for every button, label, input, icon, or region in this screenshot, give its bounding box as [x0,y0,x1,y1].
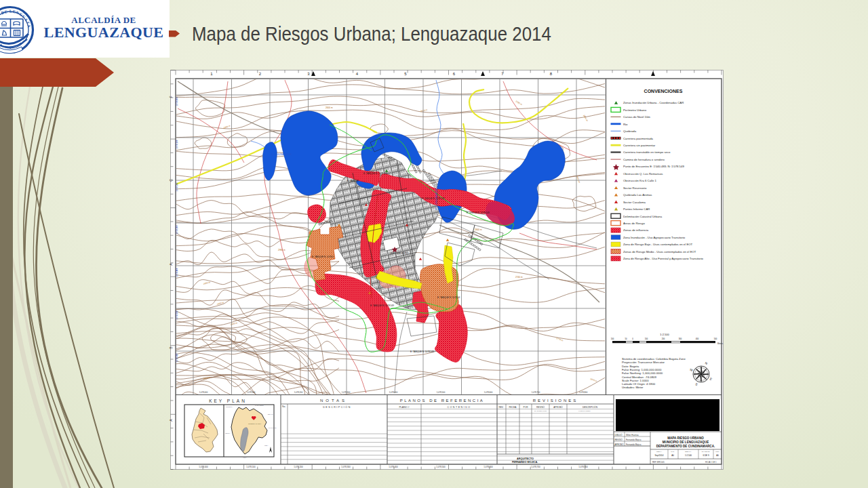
svg-text:Obstrucción Kra 6 Calle 1: Obstrucción Kra 6 Calle 1 [623,179,657,182]
svg-text:A0: A0 [716,454,719,457]
svg-text:PLANO No.: PLANO No. [702,451,711,453]
svg-text:1,078,800: 1,078,800 [579,391,588,394]
svg-text:1,078,000: 1,078,000 [176,97,178,106]
svg-text:DEPARTAMENTO DE CUNDINAMARCA.: DEPARTAMENTO DE CUNDINAMARCA. [656,445,715,448]
svg-text:HUILA: HUILA [243,457,248,458]
svg-text:1,078,000: 1,078,000 [199,391,208,394]
svg-text:400: 400 [696,338,699,340]
svg-text:REVISÓ: REVISÓ [536,405,545,409]
svg-text:500: 500 [714,338,717,340]
svg-text:Quebrada: Quebrada [623,129,637,133]
svg-text:1,078,500: 1,078,500 [176,310,178,320]
svg-text:MAPA RIESGO URBANO: MAPA RIESGO URBANO [667,436,704,440]
svg-text:PLANOS DE REFERENCIA: PLANOS DE REFERENCIA [400,399,485,403]
svg-text:1:2.500: 1:2.500 [685,454,692,457]
svg-text:REVISIONES: REVISIONES [533,399,578,403]
svg-text:Sep/2014: Sep/2014 [655,454,664,457]
svg-text:Central Meridian: -74.0809: Central Meridian: -74.0809 [622,375,656,379]
svg-text:Zonas de influencia: Zonas de influencia [623,228,649,232]
svg-text:FECHA: FECHA [509,406,517,409]
svg-text:1,078,100: 1,078,100 [247,391,256,394]
svg-text:E. TANQUE N. 1078.549: E. TANQUE N. 1078.549 [410,350,434,353]
svg-text:Sector Casaloma: Sector Casaloma [623,201,646,204]
svg-text:PLANO #: PLANO # [399,406,409,409]
svg-text:1,078,600: 1,078,600 [176,353,178,363]
svg-text:1,078,200: 1,078,200 [176,182,178,192]
svg-text:HOJA 1 DE 1: HOJA 1 DE 1 [705,461,717,464]
svg-text:Fernando Mojica: Fernando Mojica [626,443,642,446]
svg-text:MUNICIPIO DE LENGUAZAQUE: MUNICIPIO DE LENGUAZAQUE [663,441,709,444]
svg-text:1,078,700: 1,078,700 [532,391,540,394]
svg-text:Q. LAGUNAVERDE: Q. LAGUNAVERDE [271,153,292,156]
svg-text:SANTANDER: SANTANDER [255,405,264,406]
svg-text:1,078,300: 1,078,300 [341,466,351,468]
svg-text:Fecha del cambio: Fecha del cambio [578,410,591,411]
svg-text:HOJA: HOJA [715,451,720,453]
svg-text:POR: POR [524,406,529,409]
svg-text:200: 200 [662,338,665,340]
svg-text:1,078,400: 1,078,400 [176,268,178,277]
svg-text:Perímetro Urbano: Perímetro Urbano [623,108,647,112]
svg-text:50: 50 [625,338,627,340]
svg-text:100: 100 [645,338,648,340]
svg-text:Zonas Inundación Urbana - Coor: Zonas Inundación Urbana - Coordenadas CA… [623,101,684,104]
svg-text:No.: No. [282,405,285,408]
svg-text:2840 m: 2840 m [475,228,482,231]
svg-text:6 DE 9: 6 DE 9 [703,454,709,457]
svg-text:E. TANQUE: E. TANQUE [347,180,359,182]
svg-text:Sistema de coordenadas: Colomb: Sistema de coordenadas: Colombia Bogota … [622,357,686,361]
svg-text:FERNANDO MOJICA.: FERNANDO MOJICA. [512,461,538,464]
svg-text:Zona Inundación - Uso Agropecu: Zona Inundación - Uso Agropecuario Trans… [623,236,686,239]
svg-text:Punto de Encuentro E: 1'040.48: Punto de Encuentro E: 1'040.483; N: 1'07… [623,165,684,168]
svg-text:E. TANQUE N. 1078.04: E. TANQUE N. 1078.04 [437,296,460,299]
svg-text:Carretera sin pavimentar: Carretera sin pavimentar [623,144,656,147]
svg-text:2740 m: 2740 m [515,276,523,279]
svg-text:1,078,100: 1,078,100 [246,466,256,468]
svg-text:Quebrada Las Animas: Quebrada Las Animas [623,193,652,197]
svg-text:E. TANQUE N. 1078.4: E. TANQUE N. 1078.4 [312,256,334,258]
svg-text:ARQUITECTO: ARQUITECTO [517,458,534,460]
svg-text:Zona de Riesgo Bajo - Usos con: Zona de Riesgo Bajo - Usos contemplados … [623,243,693,246]
svg-text:CASANARE: CASANARE [269,427,277,428]
svg-text:TOLIMA: TOLIMA [225,432,231,434]
svg-text:ANTIOQUIA: ANTIOQUIA [225,406,233,407]
svg-text:Puntos Informe CAR: Puntos Informe CAR [623,207,650,211]
svg-text:Sector Reservorio: Sector Reservorio [623,186,647,190]
svg-text:KEY PLAN: KEY PLAN [209,399,247,403]
svg-text:Curvas de Nivel 10m: Curvas de Nivel 10m [623,115,650,119]
svg-text:Rio: Rio [623,123,628,126]
svg-text:N. 1040.46 N. 1078.547: N. 1040.46 N. 1078.547 [422,197,445,200]
svg-text:C: C [169,179,173,182]
svg-text:ESCALA: ESCALA [685,451,692,453]
svg-text:Unidades: Meter: Unidades: Meter [622,386,644,389]
svg-text:RIO LENGUAZAQUE: RIO LENGUAZAQUE [435,188,438,210]
svg-text:Scale Factor: 1.0000: Scale Factor: 1.0000 [622,379,649,382]
svg-text:FECHA: FECHA [656,451,663,453]
svg-text:DESCRIPCIÓN: DESCRIPCIÓN [323,405,351,409]
svg-text:2980 m: 2980 m [278,249,285,251]
svg-text:1,078,400: 1,078,400 [389,466,398,468]
svg-text:BOYACA: BOYACA [268,413,274,415]
svg-text:100: 100 [611,338,614,340]
svg-text:APROBÓ: APROBÓ [615,443,625,446]
svg-text:APROBÓ: APROBÓ [553,405,563,409]
svg-text:E. TANQUE N. 1078.549: E. TANQUE N. 1078.549 [370,304,394,307]
svg-text:1,078,500: 1,078,500 [437,391,446,394]
svg-text:Delimitación Catastral Urbana: Delimitación Catastral Urbana [623,215,663,218]
svg-text:F: F [169,96,173,98]
svg-text:DESCRIPCIÓN: DESCRIPCIÓN [583,405,598,409]
svg-text:1,078,400: 1,078,400 [389,391,398,394]
svg-text:1,078,700: 1,078,700 [531,466,540,468]
svg-text:CUNDINAMARCA: CUNDINAMARCA [248,423,262,425]
svg-text:1,078,000: 1,078,000 [199,466,208,468]
svg-text:1,078,300: 1,078,300 [342,391,351,394]
svg-text:REVISÓ: REVISÓ [615,438,623,441]
svg-text:Carretera pavimentada: Carretera pavimentada [623,137,654,140]
svg-text:300: 300 [679,338,682,340]
svg-text:Carretera transitable en tiemp: Carretera transitable en tiempo seco [623,150,671,154]
svg-text:Latitude Of Origin: 4.5900: Latitude Of Origin: 4.5900 [622,382,656,386]
svg-text:Zona de Riesgo Alto - Uso Fore: Zona de Riesgo Alto - Uso Forestal y Agr… [623,257,704,260]
svg-text:Areas de Riesgo: Areas de Riesgo [623,222,645,225]
svg-text:E. 1040.46 N. 1078.549: E. 1040.46 N. 1078.549 [467,211,490,214]
svg-text:Proyección: Transverse Mercato: Proyección: Transverse Mercator [622,361,665,364]
